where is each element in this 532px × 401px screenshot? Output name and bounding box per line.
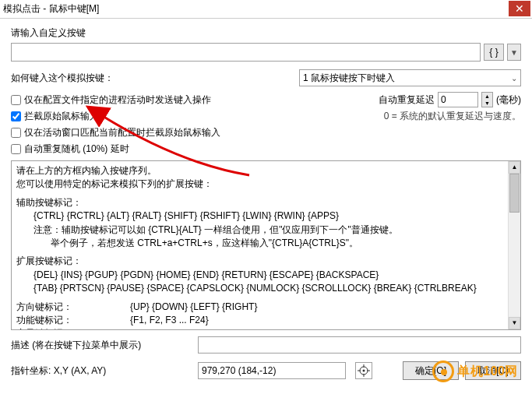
crosshair-icon xyxy=(358,364,370,377)
help-vol-v: {VOL+}, {VOL-}, {MUTE} xyxy=(130,327,231,330)
help-ext-keys: {TAB} {PRTSCN} {PAUSE} {SPACE} {CAPSLOCK… xyxy=(16,282,516,295)
autorepeat-delay-input[interactable] xyxy=(438,92,478,107)
scrollbar[interactable]: ▲ ▼ xyxy=(508,161,520,329)
help-aux-title: 辅助按键标记： xyxy=(16,196,516,209)
check-process-only-label: 仅在配置文件指定的进程活动时发送键入操作 xyxy=(24,93,211,107)
check-intercept-mouse[interactable] xyxy=(11,111,21,121)
help-vol-k: 音量键标记： xyxy=(16,327,130,330)
scroll-up-button[interactable]: ▲ xyxy=(509,161,520,174)
help-aux-note2: 举个例子，若想发送 CTRL+a+CTRL+s，应这样输入"{CTRL}A{CT… xyxy=(16,237,516,250)
help-ext-title: 扩展按键标记： xyxy=(16,255,516,268)
check-process-only[interactable] xyxy=(11,95,21,105)
help-fn-v: {F1, F2, F3 ... F24} xyxy=(130,314,209,327)
coord-label: 指针坐标: X,Y (AX, AY) xyxy=(11,364,192,378)
howto-select-value: 1 鼠标按键按下时键入 xyxy=(303,72,395,85)
scroll-down-button[interactable]: ▼ xyxy=(509,317,520,329)
help-dir-v: {UP} {DOWN} {LEFT} {RIGHT} xyxy=(130,301,257,314)
check-active-window-only-label: 仅在活动窗口匹配当前配置时拦截原始鼠标输入 xyxy=(24,126,220,139)
scroll-thumb[interactable] xyxy=(509,174,520,213)
check-random-delay[interactable] xyxy=(11,144,21,154)
description-input[interactable] xyxy=(198,336,521,354)
help-line: 请在上方的方框内输入按键序列。 xyxy=(16,164,516,178)
custom-key-label: 请输入自定义按键 xyxy=(11,26,521,40)
coord-input[interactable] xyxy=(198,362,346,379)
chevron-down-icon: ⌄ xyxy=(511,74,517,83)
check-random-delay-label: 自动重复随机 (10%) 延时 xyxy=(24,142,129,156)
spin-up-icon[interactable]: ▲ xyxy=(482,93,492,100)
help-aux-keys: {CTRL} {RCTRL} {ALT} {RALT} {SHIFT} {RSH… xyxy=(16,209,516,223)
help-line: 您可以使用特定的标记来模拟下列的扩展按键： xyxy=(16,178,516,191)
help-aux-note: 注意：辅助按键标记可以如 {CTRL}{ALT} 一样组合使用，但"仅应用到下一… xyxy=(16,223,516,237)
autorepeat-unit: (毫秒) xyxy=(496,93,521,107)
help-text-area[interactable]: 请在上方的方框内输入按键序列。 您可以使用特定的标记来模拟下列的扩展按键： 辅助… xyxy=(11,160,521,330)
help-fn-k: 功能键标记： xyxy=(16,314,130,327)
custom-key-input[interactable] xyxy=(11,43,481,62)
window-title: 模拟点击 - 鼠标中键[M] xyxy=(3,2,99,16)
check-intercept-mouse-label: 拦截原始鼠标输入 xyxy=(24,110,99,123)
cancel-button[interactable]: 取消[C] xyxy=(465,361,521,380)
chevron-down-icon: ▼ xyxy=(510,48,518,57)
braces-dropdown-button[interactable]: ▼ xyxy=(507,44,521,61)
howto-select[interactable]: 1 鼠标按键按下时键入 ⌄ xyxy=(299,69,521,86)
description-label: 描述 (将在按键下拉菜单中展示) xyxy=(11,339,192,352)
autorepeat-label: 自动重复延迟 xyxy=(379,93,435,107)
insert-braces-button[interactable]: { } xyxy=(484,44,504,61)
help-dir-k: 方向键标记： xyxy=(16,301,130,314)
spin-down-icon[interactable]: ▼ xyxy=(482,100,492,107)
coord-picker-button[interactable] xyxy=(355,362,372,379)
close-button[interactable]: ✕ xyxy=(509,1,530,16)
help-ext-keys: {DEL} {INS} {PGUP} {PGDN} {HOME} {END} {… xyxy=(16,269,516,282)
autorepeat-spinner[interactable]: ▲▼ xyxy=(481,92,493,107)
ok-button[interactable]: 确定[O] xyxy=(403,361,459,380)
check-active-window-only[interactable] xyxy=(11,128,21,138)
svg-point-1 xyxy=(363,370,365,372)
autorepeat-note: 0 = 系统的默认重复延迟与速度。 xyxy=(384,110,521,123)
howto-label: 如何键入这个模拟按键： xyxy=(11,72,299,85)
